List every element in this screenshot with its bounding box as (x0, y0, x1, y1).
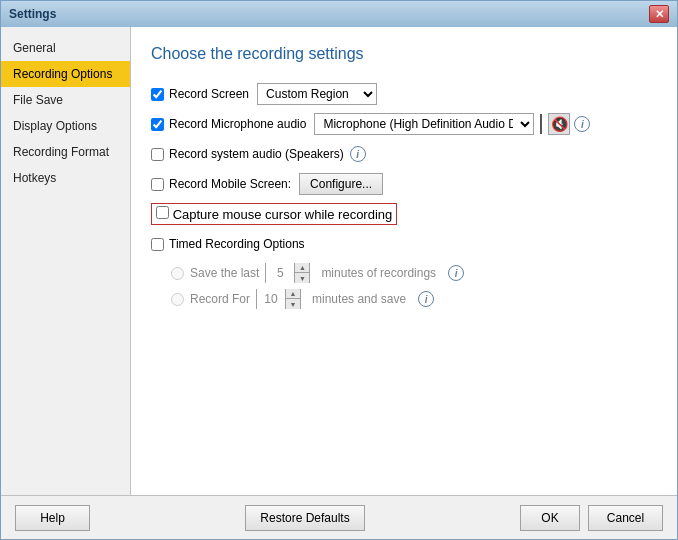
record-for-row: Record For ▲ ▼ minutes and save i (171, 289, 657, 309)
record-for-info-icon[interactable]: i (418, 291, 434, 307)
record-mobile-row: Record Mobile Screen: Configure... (151, 173, 657, 195)
record-mic-checkbox[interactable] (151, 118, 164, 131)
speaker-icon: 🔇 (551, 116, 568, 132)
configure-button[interactable]: Configure... (299, 173, 383, 195)
save-last-suffix: minutes of recordings (321, 266, 436, 280)
record-system-audio-checkbox[interactable] (151, 148, 164, 161)
timed-options-group: Save the last ▲ ▼ minutes of recordings … (171, 263, 657, 315)
mute-button[interactable]: 🔇 (548, 113, 570, 135)
save-last-label: Save the last (190, 266, 259, 280)
capture-cursor-row: Capture mouse cursor while recording (151, 203, 397, 225)
record-system-audio-label[interactable]: Record system audio (Speakers) (151, 147, 344, 161)
help-button[interactable]: Help (15, 505, 90, 531)
audio-controls: 🔇 i (538, 113, 590, 135)
window-title: Settings (9, 7, 56, 21)
title-bar: Settings ✕ (1, 1, 677, 27)
timed-recording-label[interactable]: Timed Recording Options (151, 237, 305, 251)
footer-right: OK Cancel (520, 505, 663, 531)
record-system-audio-row: Record system audio (Speakers) i (151, 143, 657, 165)
record-mic-row: Record Microphone audio Microphone (High… (151, 113, 657, 135)
content-area: Choose the recording settings Record Scr… (131, 27, 677, 495)
sidebar-item-display-options[interactable]: Display Options (1, 113, 130, 139)
record-mobile-label[interactable]: Record Mobile Screen: (151, 177, 291, 191)
capture-cursor-label[interactable]: Capture mouse cursor while recording (156, 206, 392, 222)
record-screen-row: Record Screen Custom Region Full Screen … (151, 83, 657, 105)
record-for-input[interactable] (257, 289, 285, 309)
record-for-suffix: minutes and save (312, 292, 406, 306)
cancel-button[interactable]: Cancel (588, 505, 663, 531)
sidebar: General Recording Options File Save Disp… (1, 27, 131, 495)
save-last-spinner-buttons: ▲ ▼ (294, 263, 309, 283)
footer-center: Restore Defaults (245, 505, 364, 531)
sidebar-item-recording-options[interactable]: Recording Options (1, 61, 130, 87)
record-for-spinner: ▲ ▼ (256, 289, 301, 309)
record-screen-label[interactable]: Record Screen (151, 87, 249, 101)
system-audio-info-icon[interactable]: i (350, 146, 366, 162)
capture-cursor-checkbox[interactable] (156, 206, 169, 219)
record-for-up-button[interactable]: ▲ (286, 289, 300, 299)
record-for-label: Record For (190, 292, 250, 306)
volume-indicator (540, 114, 542, 134)
settings-window: Settings ✕ General Recording Options Fil… (0, 0, 678, 540)
save-last-row: Save the last ▲ ▼ minutes of recordings … (171, 263, 657, 283)
record-screen-checkbox[interactable] (151, 88, 164, 101)
restore-defaults-button[interactable]: Restore Defaults (245, 505, 364, 531)
timed-recording-row: Timed Recording Options (151, 233, 657, 255)
sidebar-item-general[interactable]: General (1, 35, 130, 61)
sidebar-item-file-save[interactable]: File Save (1, 87, 130, 113)
timed-recording-checkbox[interactable] (151, 238, 164, 251)
sidebar-item-recording-format[interactable]: Recording Format (1, 139, 130, 165)
sidebar-item-hotkeys[interactable]: Hotkeys (1, 165, 130, 191)
save-last-input[interactable] (266, 263, 294, 283)
record-mobile-checkbox[interactable] (151, 178, 164, 191)
ok-button[interactable]: OK (520, 505, 580, 531)
record-for-spinner-buttons: ▲ ▼ (285, 289, 300, 309)
save-last-up-button[interactable]: ▲ (295, 263, 309, 273)
footer: Help Restore Defaults OK Cancel (1, 495, 677, 539)
screen-region-dropdown[interactable]: Custom Region Full Screen Fixed Region (257, 83, 377, 105)
mic-dropdown[interactable]: Microphone (High Definition Audio Device… (314, 113, 534, 135)
save-last-radio[interactable] (171, 267, 184, 280)
save-last-info-icon[interactable]: i (448, 265, 464, 281)
save-last-down-button[interactable]: ▼ (295, 273, 309, 283)
record-for-radio[interactable] (171, 293, 184, 306)
page-title: Choose the recording settings (151, 45, 657, 67)
mic-info-icon[interactable]: i (574, 116, 590, 132)
window-body: General Recording Options File Save Disp… (1, 27, 677, 495)
footer-left: Help (15, 505, 90, 531)
record-for-down-button[interactable]: ▼ (286, 299, 300, 309)
close-button[interactable]: ✕ (649, 5, 669, 23)
record-mic-label[interactable]: Record Microphone audio (151, 117, 306, 131)
save-last-spinner: ▲ ▼ (265, 263, 310, 283)
